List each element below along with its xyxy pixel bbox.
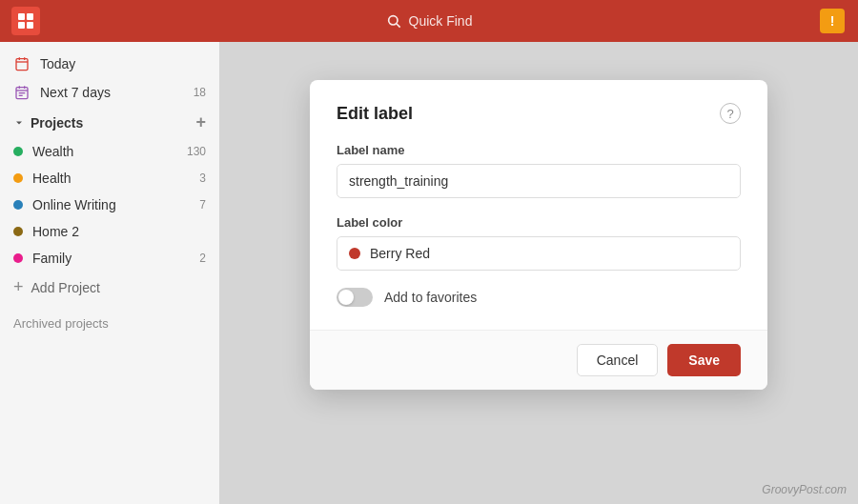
svg-rect-2: [18, 22, 25, 29]
label-color-label: Label color: [337, 215, 741, 230]
wealth-label: Wealth: [32, 144, 177, 159]
favorites-toggle[interactable]: [337, 288, 373, 307]
sidebar-item-health[interactable]: Health 3: [0, 165, 219, 192]
sidebar-item-home[interactable]: Home 2: [0, 218, 219, 245]
family-count: 2: [199, 252, 206, 265]
add-project-row[interactable]: + Add Project: [0, 272, 219, 303]
add-project-icon[interactable]: +: [195, 112, 206, 132]
search-placeholder: Quick Find: [409, 13, 473, 29]
content-area: Edit label ? Label name Label color: [219, 42, 858, 504]
modal-title: Edit label: [337, 104, 413, 124]
cancel-button[interactable]: Cancel: [577, 344, 659, 376]
chevron-down-icon: [13, 117, 25, 129]
label-name-group: Label name: [337, 143, 741, 198]
next7days-count: 18: [194, 86, 206, 99]
color-value: Berry Red: [370, 246, 430, 261]
home-dot: [13, 227, 23, 236]
label-color-group: Label color Berry Red: [337, 215, 741, 271]
add-project-plus-icon: +: [13, 277, 24, 297]
sidebar-item-next7days[interactable]: Next 7 days 18: [0, 78, 219, 107]
save-button[interactable]: Save: [667, 344, 741, 376]
next7days-label: Next 7 days: [40, 85, 184, 100]
toggle-thumb: [338, 290, 354, 305]
modal-footer: Cancel Save: [310, 330, 767, 390]
online-writing-dot: [13, 200, 23, 210]
modal-header: Edit label ?: [337, 103, 741, 124]
svg-rect-6: [16, 59, 28, 71]
sidebar-item-online-writing[interactable]: Online Writing 7: [0, 192, 219, 218]
svg-rect-1: [27, 13, 33, 20]
watermark: GroovyPost.com: [762, 483, 847, 496]
edit-label-modal: Edit label ? Label name Label color: [310, 80, 767, 390]
modal-body: Edit label ? Label name Label color: [310, 80, 767, 330]
add-project-label: Add Project: [31, 280, 100, 295]
sidebar-item-today[interactable]: Today: [0, 50, 219, 78]
calendar-today-icon: [13, 55, 31, 72]
wealth-dot: [13, 147, 23, 156]
home-label: Home 2: [32, 224, 196, 239]
svg-rect-3: [27, 22, 33, 29]
health-dot: [13, 173, 23, 183]
calendar-week-icon: [13, 84, 31, 101]
favorites-row: Add to favorites: [337, 288, 741, 307]
search-bar[interactable]: Quick Find: [386, 13, 473, 29]
online-writing-label: Online Writing: [32, 197, 190, 212]
favorites-label: Add to favorites: [384, 290, 477, 305]
health-count: 3: [199, 171, 206, 185]
archived-projects[interactable]: Archived projects: [0, 303, 219, 336]
online-writing-count: 7: [199, 198, 206, 212]
alert-icon[interactable]: !: [820, 9, 845, 33]
today-label: Today: [40, 56, 206, 71]
projects-header: Projects +: [0, 107, 219, 138]
family-label: Family: [32, 251, 190, 266]
wealth-count: 130: [187, 145, 206, 158]
help-button[interactable]: ?: [720, 103, 741, 124]
topbar: Quick Find !: [0, 0, 858, 42]
label-name-label: Label name: [337, 143, 741, 157]
health-label: Health: [32, 171, 190, 186]
sidebar: Today Next 7 days 18 Projects +: [0, 42, 219, 504]
sidebar-item-family[interactable]: Family 2: [0, 245, 219, 272]
color-select[interactable]: Berry Red: [337, 236, 741, 271]
color-swatch: [349, 248, 360, 259]
modal-overlay: Edit label ? Label name Label color: [219, 42, 858, 504]
svg-rect-0: [18, 13, 25, 20]
sidebar-item-wealth[interactable]: Wealth 130: [0, 138, 219, 165]
svg-line-5: [397, 24, 400, 28]
svg-point-4: [388, 16, 397, 25]
label-name-input[interactable]: [337, 164, 741, 198]
app-logo[interactable]: [11, 7, 40, 35]
family-dot: [13, 253, 23, 263]
search-icon: [386, 13, 401, 29]
